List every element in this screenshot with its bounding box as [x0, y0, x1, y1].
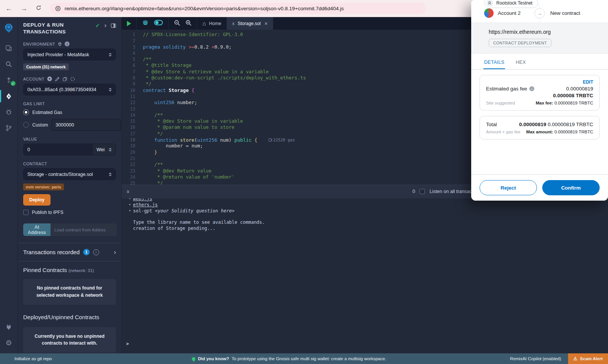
browser-reload-icon[interactable]: [36, 5, 41, 12]
metamask-tabs: DETAILS HEX: [471, 55, 608, 70]
value-input[interactable]: [23, 144, 93, 155]
code-token: pragma solidity: [143, 44, 188, 50]
refresh-spinner-icon[interactable]: [70, 77, 75, 81]
run-script-button[interactable]: [127, 21, 131, 26]
terminal-tx-count: 0: [412, 189, 415, 194]
line-number: 8: [122, 75, 143, 81]
file-explorer-icon[interactable]: [0, 41, 18, 56]
site-suggested-label: Site suggested: [486, 101, 515, 105]
pin-panel-icon[interactable]: [111, 24, 116, 28]
code-text: contract Storage {: [143, 87, 194, 93]
did-you-know-tip: Did you know? To prototype using the Gno…: [192, 356, 386, 361]
terminal[interactable]: web3.jsethers.jssol-gpt <your Solidity q…: [122, 198, 608, 354]
edit-gas-link[interactable]: EDIT: [486, 79, 593, 85]
network-badge: Custom (31) network: [23, 63, 69, 70]
estimated-gas-radio[interactable]: Estimated Gas: [23, 109, 116, 115]
code-token: uint256: [197, 137, 217, 143]
line-number: 23: [122, 168, 143, 174]
copilot-toggle-on[interactable]: [154, 20, 163, 27]
terminal-line: Type the library name to see available c…: [128, 219, 608, 225]
copilot-status[interactable]: RemixAI Copilot (enabled): [510, 356, 568, 361]
reject-button[interactable]: Reject: [480, 180, 537, 195]
gas-estimate-text: 22520 gas: [273, 137, 295, 143]
line-number: 1: [122, 32, 143, 38]
transactions-expand-icon[interactable]: ›: [114, 249, 116, 255]
tab-hex[interactable]: HEX: [515, 55, 527, 69]
deploy-button[interactable]: Deploy: [23, 194, 51, 206]
custom-gas-input[interactable]: [51, 119, 121, 131]
contract-select[interactable]: Storage - contracts/Storage.sol: [23, 168, 116, 180]
code-token: Storage: [169, 87, 192, 93]
code-text: * @dev Store & retrieve value in a varia…: [143, 69, 269, 75]
transactions-info-icon[interactable]: i: [93, 249, 99, 255]
at-address-button[interactable]: At Address: [23, 223, 51, 236]
deploy-run-icon[interactable]: [0, 89, 18, 104]
transactions-recorded-row: Transactions recorded 1 i ›: [23, 243, 116, 261]
account-row: Account 2 New contract →: [471, 4, 608, 23]
solidity-compiler-icon[interactable]: ✓: [0, 73, 18, 88]
custom-gas-radio[interactable]: [23, 122, 29, 128]
line-number: 19: [122, 143, 143, 149]
code-token: contract: [143, 87, 169, 93]
origin-section: https://remix.ethereum.org CONTRACT DEPL…: [471, 23, 608, 54]
tab-home[interactable]: ⌂ Home: [197, 17, 227, 30]
line-number: 10: [122, 87, 143, 93]
browser-forward-icon[interactable]: →: [21, 5, 27, 12]
at-address-input[interactable]: [51, 223, 117, 236]
code-text: * @return value of 'number': [143, 174, 234, 180]
gas-fee-amount: 0.00000819: [566, 86, 593, 92]
settings-gear-icon[interactable]: ⚙: [0, 335, 18, 350]
stepper-icon: [109, 173, 112, 176]
site-settings-icon[interactable]: [55, 6, 61, 11]
git-init-status[interactable]: Initialize as git repo: [0, 356, 52, 361]
tab-storage-sol[interactable]: S Storage.sol ×: [227, 17, 273, 30]
ai-copilot-robot-icon[interactable]: [142, 19, 149, 27]
confirm-button[interactable]: Confirm: [542, 180, 600, 195]
scam-alert-button[interactable]: ⚠ Scam Alert: [568, 353, 608, 364]
code-text: /**: [143, 112, 163, 118]
listen-transactions-checkbox[interactable]: [420, 189, 425, 194]
publish-ipfs-checkbox[interactable]: [23, 210, 28, 215]
terminal-collapse-icon[interactable]: »: [125, 190, 132, 193]
copy-account-icon[interactable]: [63, 77, 67, 81]
add-account-icon[interactable]: [47, 76, 52, 81]
code-token: * @dev Store & retrieve value in a varia…: [143, 69, 269, 74]
value-unit-select[interactable]: Wei: [93, 144, 116, 155]
line-number: 6: [122, 62, 143, 68]
code-token: /**: [143, 161, 163, 167]
code-text: * @title Storage: [143, 62, 192, 68]
environment-info-icon[interactable]: i: [65, 41, 70, 46]
url-bar[interactable]: remix.ethereum.org/#lang=en&optimize=fal…: [50, 3, 426, 14]
terminal-prompt[interactable]: >: [126, 341, 129, 347]
url-text: remix.ethereum.org/#lang=en&optimize=fal…: [65, 6, 344, 11]
gas-estimate: 22520 gas: [269, 137, 295, 143]
git-icon[interactable]: [0, 120, 18, 136]
tab-details[interactable]: DETAILS: [483, 55, 505, 69]
browser-back-icon[interactable]: ←: [5, 5, 12, 12]
environment-select[interactable]: Injected Provider - MetaMask: [23, 49, 116, 60]
plugin-manager-icon[interactable]: [0, 319, 18, 334]
status-bar: Initialize as git repo Did you know? To …: [0, 353, 608, 364]
account-select[interactable]: 0xA03...85ac4 (0.398673504934: [23, 84, 116, 95]
tip-title: Did you know?: [198, 356, 229, 361]
debugger-icon[interactable]: [0, 104, 18, 120]
zoom-out-icon[interactable]: [174, 20, 180, 27]
line-number: 17: [122, 131, 143, 137]
library-link[interactable]: ethers.js: [133, 202, 158, 207]
gas-info-icon[interactable]: i: [529, 86, 534, 91]
total-card: Total 0.00000819 0.00000819 TRBTC Amount…: [480, 116, 600, 139]
gas-fee-label: Estimated gas fee: [486, 86, 527, 92]
remix-logo-icon[interactable]: [0, 20, 18, 35]
panel-chevron-icon[interactable]: ›: [104, 22, 106, 28]
line-number: 15: [122, 118, 143, 124]
recipient-name: New contract: [540, 10, 580, 16]
code-token: num): [217, 137, 234, 143]
close-tab-icon[interactable]: ×: [264, 21, 268, 27]
code-text: */: [143, 180, 163, 184]
edit-account-icon[interactable]: [55, 77, 60, 81]
zoom-in-icon[interactable]: [185, 20, 192, 27]
search-icon[interactable]: [0, 57, 18, 72]
code-text: * @custom:dev-run-script ./scripts/deplo…: [143, 75, 306, 81]
terminal-line: creation of Storage pending...: [128, 225, 608, 231]
library-link[interactable]: web3.js: [133, 198, 152, 201]
